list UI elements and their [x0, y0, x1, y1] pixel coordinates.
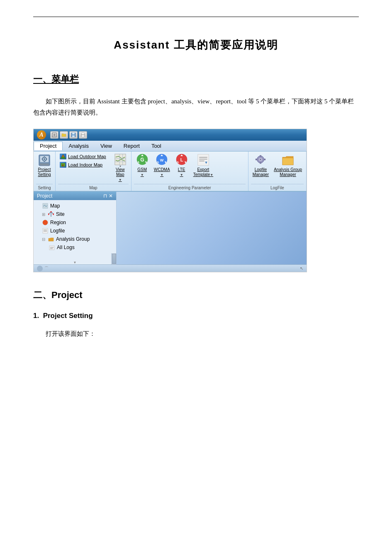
section1-paragraph: 如下图所示，目前 Assistant 主要包含 project、analysis…	[33, 96, 359, 118]
load-indoor-map-label: Load Indoor Map	[68, 162, 102, 167]
app-titlebar: A	[34, 129, 307, 141]
section1-title-text: 一、菜单栏	[33, 73, 79, 86]
lte-icon: L	[175, 154, 188, 166]
site-tree-icon	[48, 211, 54, 218]
svg-point-12	[44, 158, 45, 160]
export-template-label: ExportTemplate▼	[193, 167, 214, 177]
tree-item-region[interactable]: Region	[34, 218, 116, 227]
section2: 二、Project 1. Project Setting 打开该界面如下：	[33, 289, 359, 340]
svg-rect-41	[260, 155, 262, 157]
section2-title-text: 二、Project	[33, 290, 83, 300]
tree-item-logfile[interactable]: Logfile	[34, 227, 116, 235]
menu-item-report[interactable]: Report	[118, 142, 146, 150]
site-label: Site	[56, 211, 65, 217]
status-bar: ⌒ ↖	[34, 264, 307, 272]
analysis-group-tree-icon	[48, 236, 54, 242]
app-screenshot: A	[33, 129, 307, 272]
status-cursor-right: ↖	[300, 266, 303, 271]
svg-rect-17	[40, 164, 49, 166]
load-outdoor-map-label: Load Outdoor Map	[68, 154, 106, 159]
subsection1-title: 1. Project Setting	[33, 312, 359, 320]
analysis-group-manager-button[interactable]: Analysis GroupManager	[272, 153, 304, 178]
ribbon-group-map-label: Map	[58, 184, 129, 190]
svg-rect-34	[198, 154, 209, 165]
all-logs-tree-icon	[49, 244, 55, 251]
ribbon-group-logfile-label: LogFile	[251, 184, 304, 190]
logfile-manager-label: LogfileManager	[253, 167, 269, 177]
main-title: Assistant 工具的简要应用说明	[33, 38, 359, 52]
menu-item-view[interactable]: View	[95, 142, 118, 150]
tree-item-map[interactable]: Map	[34, 202, 116, 210]
svg-rect-4	[72, 133, 75, 134]
tree-item-all-logs[interactable]: All Logs	[34, 243, 116, 252]
analysis-group-label: Analysis Group	[56, 236, 90, 242]
load-indoor-map-button[interactable]: Load Indoor Map	[58, 161, 108, 168]
app-content: Project ⊓ ✕	[34, 192, 307, 272]
svg-point-46	[260, 159, 262, 160]
menu-item-analysis[interactable]: Analysis	[63, 142, 94, 150]
panel-close-icon[interactable]: ✕	[109, 193, 113, 199]
panel-content: Map ⊞	[34, 200, 116, 253]
ribbon-group-logfile: LogfileManager Analysis GroupManager Log…	[248, 152, 307, 191]
tree-item-analysis-group[interactable]: ⊟ Analysis Group	[34, 235, 116, 243]
lte-button[interactable]: L LTE▼	[173, 153, 190, 178]
view-map-icon	[114, 154, 127, 166]
gsm-icon: G	[136, 154, 149, 166]
status-cursor-left: ⌒	[44, 266, 49, 271]
svg-rect-58	[49, 246, 54, 250]
export-template-icon	[197, 154, 209, 166]
svg-rect-44	[264, 159, 266, 160]
panel-controls: ⊓ ✕	[103, 193, 113, 199]
project-panel: Project ⊓ ✕	[34, 192, 117, 264]
svg-rect-7	[82, 133, 84, 134]
ribbon-group-setting: ProjectSetting Setting	[34, 152, 56, 191]
svg-rect-21	[62, 164, 63, 166]
wcdma-label: WCDMA▼	[154, 167, 170, 177]
ribbon-group-eng: G GSM▼ W	[131, 152, 248, 191]
titlebar-icon-save[interactable]	[69, 131, 78, 139]
map-tree-icon	[42, 203, 49, 209]
top-rule	[33, 17, 359, 17]
gsm-label: GSM▼	[137, 167, 147, 177]
analysis-expand-icon: ⊟	[42, 237, 45, 242]
logfile-manager-button[interactable]: LogfileManager	[251, 153, 270, 178]
ribbon-group-eng-content: G GSM▼ W	[134, 153, 246, 183]
wcdma-icon: W	[156, 154, 168, 166]
svg-rect-5	[72, 135, 75, 137]
project-setting-button[interactable]: ProjectSetting	[36, 153, 53, 178]
app-content-row: Project ⊓ ✕	[34, 192, 307, 264]
menu-item-project[interactable]: Project	[34, 142, 63, 150]
subsection1-paragraph: 打开该界面如下：	[33, 328, 359, 340]
analysis-group-manager-icon	[282, 154, 294, 166]
svg-rect-43	[256, 159, 257, 160]
panel-titlebar: Project ⊓ ✕	[34, 192, 116, 200]
region-tree-icon	[42, 219, 49, 226]
main-content-area	[117, 192, 307, 264]
menu-item-tool[interactable]: Tool	[146, 142, 167, 150]
region-label: Region	[50, 220, 66, 225]
project-setting-icon	[38, 154, 51, 166]
gsm-button[interactable]: G GSM▼	[134, 153, 151, 178]
app-logo: A	[37, 130, 46, 139]
panel-pin-icon[interactable]: ⊓	[103, 193, 107, 199]
status-icon	[37, 266, 43, 271]
titlebar-icon-open[interactable]	[60, 131, 68, 139]
ribbon-group-eng-label: Engineering Parameter	[134, 184, 246, 190]
titlebar-icon-print[interactable]	[79, 131, 87, 139]
svg-point-19	[62, 155, 64, 157]
tree-item-site[interactable]: ⊞ Site	[34, 210, 116, 218]
titlebar-icons	[50, 131, 87, 139]
titlebar-icon-new[interactable]	[50, 131, 58, 139]
svg-point-54	[43, 220, 48, 225]
wcdma-button[interactable]: W WCDMA▼	[152, 153, 172, 178]
ribbon-group-map: Load Outdoor Map Load Indoor Map	[56, 152, 131, 191]
analysis-group-manager-label: Analysis GroupManager	[274, 167, 302, 177]
svg-rect-22	[115, 154, 126, 165]
section2-title: 二、Project	[33, 289, 359, 301]
svg-rect-42	[260, 162, 262, 164]
export-template-button[interactable]: ExportTemplate▼	[192, 153, 215, 178]
indoor-map-icon	[60, 162, 66, 168]
load-outdoor-map-button[interactable]: Load Outdoor Map	[58, 153, 108, 160]
view-map-button[interactable]: ViewMap▼	[112, 153, 129, 183]
outdoor-map-icon	[60, 154, 66, 159]
